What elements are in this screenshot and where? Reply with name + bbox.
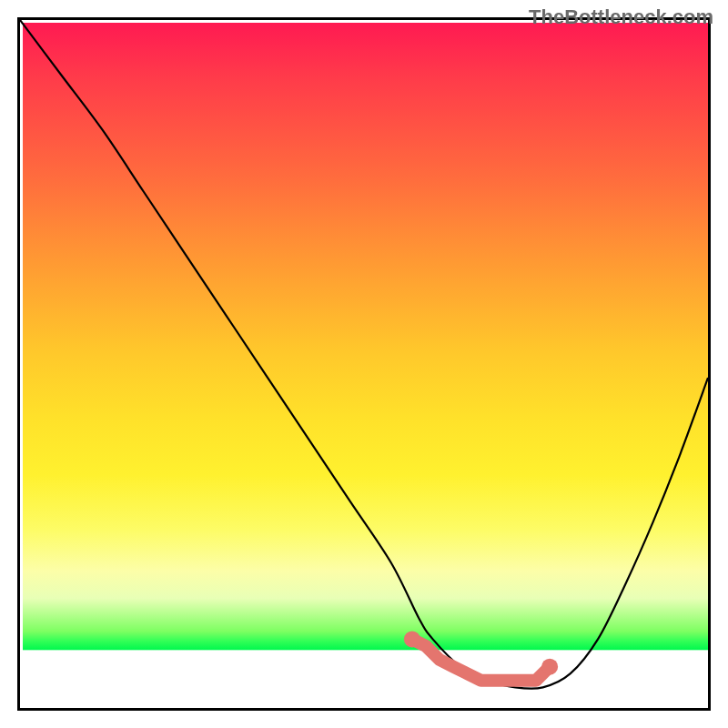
plot-frame	[17, 17, 711, 711]
watermark-text: TheBottleneck.com	[529, 5, 713, 29]
plot-gradient-background	[23, 23, 708, 708]
